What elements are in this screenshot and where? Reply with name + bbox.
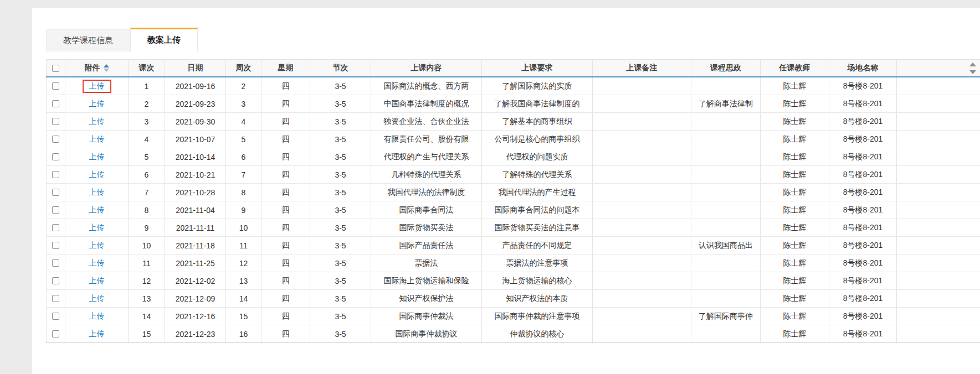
- upload-link[interactable]: 上传: [83, 80, 111, 93]
- venue-cell: 8号楼8-201: [829, 166, 897, 183]
- row-checkbox[interactable]: [52, 224, 59, 231]
- teacher-cell: 陈士辉: [761, 290, 829, 307]
- note-cell: [593, 113, 691, 130]
- note-cell: [593, 254, 691, 272]
- upload-link[interactable]: 上传: [89, 258, 105, 268]
- row-checkbox[interactable]: [52, 153, 59, 160]
- week-cell: 4: [226, 113, 261, 130]
- attachment-cell: 上传: [65, 308, 129, 325]
- requirement-cell: 了解我国商事法律制度的: [482, 95, 593, 112]
- period-cell: 3-5: [310, 290, 371, 307]
- sort-asc-desc-icon[interactable]: [104, 64, 109, 72]
- select-all-cell: [46, 60, 65, 76]
- col-header-venue: 场地名称: [829, 60, 897, 76]
- date-cell: 2021-12-16: [165, 308, 226, 325]
- upload-link[interactable]: 上传: [89, 329, 105, 339]
- weekday-cell: 四: [261, 254, 310, 272]
- ideology-cell: [691, 113, 761, 130]
- row-checkbox-cell: [46, 148, 65, 165]
- upload-link[interactable]: 上传: [89, 276, 105, 286]
- scroll-up-icon[interactable]: [969, 63, 976, 66]
- date-cell: 2021-12-09: [165, 290, 226, 307]
- venue-cell: 8号楼8-201: [829, 148, 897, 165]
- venue-cell: 8号楼8-201: [829, 201, 897, 219]
- upload-link[interactable]: 上传: [89, 99, 105, 109]
- content-panel: 教学课程信息 教案上传 附件 课次 日期 周次 星期 节次 上课内容 上课要求 …: [32, 8, 980, 374]
- col-header-attachment[interactable]: 附件: [65, 60, 129, 76]
- upload-link[interactable]: 上传: [89, 152, 105, 162]
- note-cell: [593, 237, 691, 254]
- content-cell: 国际商事合同法: [371, 201, 482, 219]
- table-row: 上传 7 2021-10-28 8 四 3-5 我国代理法的法律制度 我国代理法…: [46, 184, 980, 201]
- row-checkbox[interactable]: [52, 277, 59, 284]
- table-row: 上传 12 2021-12-02 13 四 3-5 国际海上货物运输和保险 海上…: [46, 272, 980, 290]
- teacher-cell: 陈士辉: [761, 219, 829, 236]
- row-checkbox[interactable]: [52, 313, 59, 320]
- upload-link[interactable]: 上传: [89, 294, 105, 304]
- select-all-checkbox[interactable]: [52, 65, 59, 72]
- scroll-down-icon[interactable]: [969, 70, 976, 74]
- note-cell: [593, 166, 691, 183]
- period-cell: 3-5: [310, 254, 371, 272]
- teacher-cell: 陈士辉: [761, 184, 829, 201]
- row-checkbox[interactable]: [52, 136, 59, 143]
- lesson-no-cell: 12: [129, 272, 165, 289]
- tab-lesson-plan-upload[interactable]: 教案上传: [130, 28, 198, 51]
- lesson-no-cell: 6: [129, 166, 165, 183]
- row-checkbox[interactable]: [52, 206, 59, 214]
- row-checkbox[interactable]: [52, 100, 59, 107]
- row-checkbox[interactable]: [52, 82, 59, 90]
- requirement-cell: 了解国际商法的实质: [482, 77, 593, 95]
- upload-link[interactable]: 上传: [89, 170, 105, 180]
- period-cell: 3-5: [310, 148, 371, 165]
- weekday-cell: 四: [261, 201, 310, 219]
- ideology-cell: [691, 148, 761, 165]
- row-checkbox-cell: [46, 131, 65, 148]
- note-cell: [593, 290, 691, 307]
- content-cell: 几种特殊的代理关系: [371, 166, 482, 183]
- row-checkbox[interactable]: [52, 118, 59, 125]
- ideology-cell: [691, 325, 761, 342]
- weekday-cell: 四: [261, 77, 310, 95]
- tab-course-info[interactable]: 教学课程信息: [46, 29, 130, 51]
- row-checkbox[interactable]: [52, 171, 59, 178]
- upload-link[interactable]: 上传: [89, 188, 105, 198]
- ideology-cell: [691, 219, 761, 236]
- row-checkbox[interactable]: [52, 189, 59, 196]
- upload-link[interactable]: 上传: [89, 117, 105, 127]
- date-cell: 2021-11-04: [165, 201, 226, 219]
- row-checkbox[interactable]: [52, 242, 59, 249]
- col-header-teacher: 任课教师: [761, 60, 829, 76]
- upload-link[interactable]: 上传: [89, 311, 105, 321]
- note-cell: [593, 219, 691, 236]
- requirement-cell: 产品责任的不同规定: [482, 237, 593, 254]
- content-cell: 国际商事仲裁法: [371, 308, 482, 325]
- upload-link[interactable]: 上传: [89, 223, 105, 233]
- row-checkbox-cell: [46, 113, 65, 130]
- date-cell: 2021-10-14: [165, 148, 226, 165]
- upload-link[interactable]: 上传: [89, 241, 105, 251]
- row-checkbox[interactable]: [52, 330, 59, 337]
- col-header-week: 周次: [226, 60, 261, 76]
- venue-cell: 8号楼8-201: [829, 272, 897, 289]
- table-vertical-scroll: [967, 60, 978, 76]
- requirement-cell: 海上货物运输的核心: [482, 272, 593, 289]
- attachment-cell: 上传: [65, 131, 129, 148]
- requirement-cell: 我国代理法的产生过程: [482, 184, 593, 201]
- attachment-cell: 上传: [65, 290, 129, 307]
- upload-link[interactable]: 上传: [89, 134, 105, 144]
- weekday-cell: 四: [261, 95, 310, 112]
- ideology-cell: [691, 272, 761, 289]
- period-cell: 3-5: [310, 308, 371, 325]
- requirement-cell: 国际货物买卖法的注意事: [482, 219, 593, 236]
- teacher-cell: 陈士辉: [761, 254, 829, 272]
- upload-link[interactable]: 上传: [89, 205, 105, 215]
- date-cell: 2021-11-25: [165, 254, 226, 272]
- week-cell: 5: [226, 131, 261, 148]
- note-cell: [593, 148, 691, 165]
- date-cell: 2021-11-11: [165, 219, 226, 236]
- row-checkbox[interactable]: [52, 259, 59, 267]
- requirement-cell: 代理权的问题实质: [482, 148, 593, 165]
- row-checkbox-cell: [46, 237, 65, 254]
- row-checkbox[interactable]: [52, 295, 59, 302]
